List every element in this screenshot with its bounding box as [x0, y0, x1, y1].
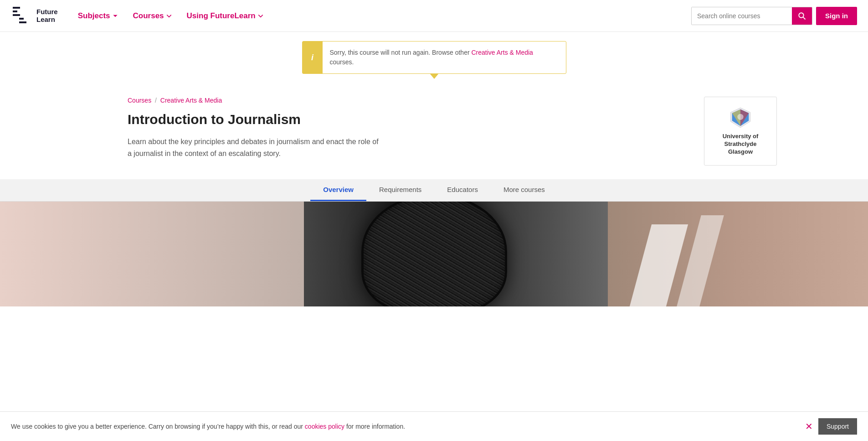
svg-rect-0 — [13, 7, 20, 9]
futurelearn-logo-icon — [11, 5, 33, 27]
nav-right: Sign in — [691, 7, 857, 25]
search-button[interactable] — [792, 7, 812, 25]
signin-button[interactable]: Sign in — [816, 7, 857, 25]
hero-image — [0, 202, 868, 306]
svg-line-6 — [803, 17, 806, 19]
course-header: Courses / Creative Arts & Media Introduc… — [0, 78, 868, 179]
chevron-down-icon — [257, 13, 264, 19]
svg-rect-3 — [19, 18, 24, 20]
alert-box: i Sorry, this course will not run again.… — [302, 41, 566, 74]
logo[interactable]: Future Learn — [11, 5, 58, 27]
chevron-down-icon — [166, 13, 172, 19]
logo-text: Future Learn — [36, 8, 58, 23]
svg-point-5 — [799, 13, 804, 18]
nav-subjects[interactable]: Subjects — [72, 8, 124, 24]
alert-message: Sorry, this course will not run again. B… — [323, 42, 566, 73]
svg-rect-4 — [19, 21, 26, 23]
alert-link[interactable]: Creative Arts & Media — [472, 49, 533, 56]
course-title: Introduction to Journalism — [128, 111, 424, 128]
alert-pointer — [430, 73, 439, 79]
alert-icon: i — [303, 42, 323, 73]
nav-courses[interactable]: Courses — [128, 8, 178, 24]
search-icon — [798, 12, 806, 20]
search-input[interactable] — [692, 7, 792, 25]
search-bar — [691, 7, 812, 25]
alert-section: i Sorry, this course will not run again.… — [0, 32, 868, 78]
university-logo — [729, 106, 752, 129]
breadcrumb-courses[interactable]: Courses — [128, 97, 151, 104]
breadcrumb: Courses / Creative Arts & Media — [128, 97, 424, 104]
svg-rect-1 — [13, 10, 17, 12]
tab-overview[interactable]: Overview — [310, 179, 366, 201]
svg-point-11 — [737, 114, 743, 120]
university-logo-box: University ofStrathclydeGlasgow — [704, 97, 777, 166]
course-info: Courses / Creative Arts & Media Introduc… — [128, 97, 424, 159]
navigation: Future Learn Subjects Courses Using Futu… — [0, 0, 868, 32]
university-name: University ofStrathclydeGlasgow — [723, 133, 759, 156]
tabs-bar: Overview Requirements Educators More cou… — [0, 179, 868, 202]
nav-links: Subjects Courses Using FutureLearn — [72, 8, 691, 24]
breadcrumb-category[interactable]: Creative Arts & Media — [160, 97, 222, 104]
tab-educators[interactable]: Educators — [434, 179, 491, 201]
nav-using-futurelearn[interactable]: Using FutureLearn — [181, 8, 269, 24]
svg-rect-2 — [13, 14, 20, 16]
tab-requirements[interactable]: Requirements — [366, 179, 434, 201]
tab-more-courses[interactable]: More courses — [491, 179, 558, 201]
course-description: Learn about the key principles and debat… — [128, 136, 383, 159]
chevron-down-icon — [112, 13, 118, 19]
